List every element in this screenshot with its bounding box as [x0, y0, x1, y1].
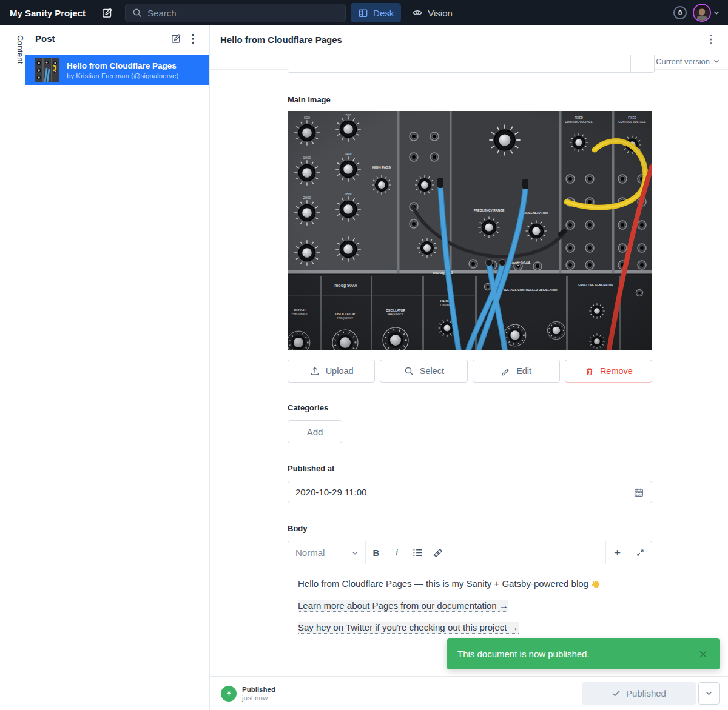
- body-editor: Normal B i: [288, 541, 652, 698]
- style-select-value: Normal: [295, 548, 352, 558]
- editor-toolbar: Normal B i: [288, 541, 652, 564]
- notifications-badge[interactable]: 0: [673, 6, 687, 19]
- edit-button-label: Edit: [516, 366, 531, 376]
- bullet-list-icon: [413, 548, 423, 557]
- italic-button[interactable]: i: [386, 541, 407, 564]
- bold-button[interactable]: B: [366, 541, 386, 564]
- tab-desk[interactable]: Desk: [351, 3, 401, 22]
- insert-block-button[interactable]: +: [605, 541, 629, 564]
- avatar[interactable]: [693, 4, 711, 22]
- desk-icon: [358, 8, 368, 18]
- document-form: Main image: [210, 70, 728, 702]
- posts-panel-title: Post: [35, 33, 167, 44]
- link-icon: [433, 548, 443, 558]
- bullet-list-button[interactable]: [407, 541, 428, 564]
- select-search-icon: [403, 366, 414, 377]
- pencil-icon: [500, 366, 511, 377]
- check-icon: [612, 689, 621, 697]
- published-status-icon: [221, 686, 237, 702]
- publish-status-label: Published: [242, 686, 275, 693]
- tab-desk-label: Desk: [373, 8, 394, 18]
- link-button[interactable]: [428, 541, 448, 564]
- published-at-value: 2020-10-29 11:00: [295, 487, 633, 497]
- edit-button[interactable]: Edit: [473, 360, 560, 383]
- document-header: Hello from Cloudflare Pages: [210, 25, 728, 53]
- document-title: Hello from Cloudflare Pages: [220, 35, 703, 45]
- document-footer: Published just now Published: [210, 676, 728, 710]
- select-button[interactable]: Select: [380, 360, 467, 383]
- publish-menu-button[interactable]: [698, 682, 720, 705]
- expand-editor-button[interactable]: [629, 541, 652, 564]
- document-panel: Hello from Cloudflare Pages Current vers…: [209, 25, 728, 710]
- toast-message: This document is now published.: [457, 649, 696, 659]
- published-at-label: Published at: [288, 464, 652, 474]
- style-select[interactable]: Normal: [288, 541, 366, 564]
- search-icon: [132, 7, 143, 18]
- main-image-label: Main image: [288, 95, 652, 105]
- account-chevron-down-icon[interactable]: [713, 10, 720, 15]
- categories-label: Categories: [288, 403, 652, 413]
- posts-panel-header: Post: [25, 25, 209, 52]
- new-post-icon[interactable]: [167, 30, 184, 47]
- search-bar[interactable]: [125, 4, 346, 22]
- body-paragraph-2: Learn more about Pages from our document…: [298, 599, 642, 612]
- body-paragraph-1: Hello from Cloudflare Pages — this is my…: [298, 577, 642, 590]
- documentation-link[interactable]: Learn more about Pages from our document…: [298, 600, 508, 612]
- eye-icon: [412, 7, 423, 18]
- compose-icon[interactable]: [101, 7, 113, 19]
- upload-icon: [309, 366, 320, 377]
- publish-button[interactable]: Published: [582, 682, 696, 705]
- body-label: Body: [288, 524, 652, 534]
- calendar-icon[interactable]: [633, 487, 644, 498]
- project-title: My Sanity Project: [10, 8, 86, 18]
- version-select[interactable]: Current version: [656, 57, 710, 66]
- version-chevron-down-icon[interactable]: [713, 59, 720, 64]
- document-menu-icon[interactable]: [703, 31, 720, 48]
- tab-vision[interactable]: Vision: [405, 3, 460, 22]
- upload-button[interactable]: Upload: [288, 360, 375, 383]
- published-at-input[interactable]: 2020-10-29 11:00: [288, 481, 652, 503]
- body-paragraph-3: Say hey on Twitter if you're checking ou…: [298, 621, 642, 634]
- post-title: Hello from Cloudflare Pages: [67, 61, 178, 70]
- twitter-link[interactable]: Say hey on Twitter if you're checking ou…: [298, 622, 519, 634]
- search-input[interactable]: [147, 8, 329, 18]
- post-subtitle: by Kristian Freeman (@signalnerve): [67, 72, 178, 79]
- publish-status: Published just now: [242, 686, 275, 702]
- post-meta: Hello from Cloudflare Pages by Kristian …: [67, 61, 178, 79]
- image-actions: Upload Select Edit Remove: [288, 360, 652, 383]
- publish-button-label: Published: [626, 688, 666, 698]
- content-rail-label: Content: [0, 34, 25, 64]
- publish-chevron-down-icon: [706, 691, 712, 696]
- wave-emoji: [591, 578, 601, 589]
- upload-button-label: Upload: [326, 366, 354, 376]
- expand-icon: [636, 548, 645, 557]
- remove-button-label: Remove: [600, 366, 633, 376]
- main-image-preview[interactable]: 500700 10001400 20002800 HIGH PASS F: [288, 111, 652, 350]
- toast-close-icon[interactable]: [696, 647, 710, 661]
- publish-status-time: just now: [242, 694, 275, 702]
- add-category-button[interactable]: Add: [288, 420, 342, 443]
- trash-icon: [584, 366, 595, 377]
- list-item-post[interactable]: Hello from Cloudflare Pages by Kristian …: [25, 55, 209, 85]
- style-chevron-down-icon: [352, 551, 358, 555]
- posts-menu-icon[interactable]: [184, 30, 201, 47]
- toast-published: This document is now published.: [447, 638, 720, 669]
- synthesizer-photo: 500700 10001400 20002800 HIGH PASS F: [288, 111, 652, 350]
- select-button-label: Select: [420, 366, 444, 376]
- content-rail[interactable]: Content: [0, 25, 25, 710]
- remove-button[interactable]: Remove: [565, 360, 652, 383]
- tab-vision-label: Vision: [428, 8, 453, 18]
- post-thumbnail: [35, 58, 59, 82]
- slug-field-partial[interactable]: [288, 55, 655, 73]
- posts-panel: Post: [25, 25, 209, 710]
- top-bar: My Sanity Project Desk Vision: [0, 0, 728, 25]
